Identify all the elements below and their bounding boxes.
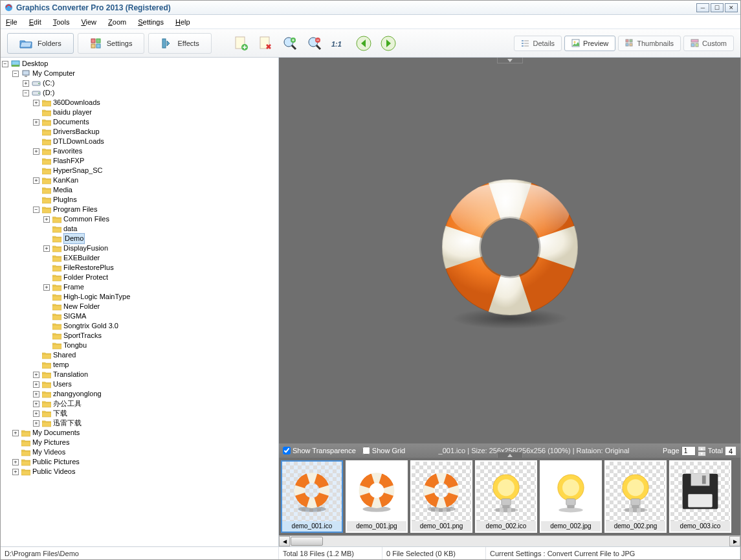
tree-expander[interactable]: + [33,401,39,407]
scroll-thumb[interactable] [291,537,323,546]
thumbnail-scrollbar[interactable]: ◀ ▶ [279,535,740,546]
tree-item[interactable]: +Public Pictures [2,457,277,467]
tab-effects[interactable]: Effects [148,33,211,54]
tree-item[interactable]: baidu player [2,107,277,117]
tree-expander[interactable]: − [2,61,8,67]
tree-item[interactable]: DTLDownLoads [2,137,277,146]
show-grid-toggle[interactable]: Show Grid [362,447,405,454]
collapse-handle-bottom[interactable] [497,452,523,458]
tree-expander[interactable]: + [33,391,39,398]
tree-item[interactable]: Shared [2,350,277,360]
close-button[interactable]: ✕ [725,3,738,12]
tree-expander[interactable]: + [33,148,39,155]
menu-settings[interactable]: Settings [138,18,164,26]
show-transparence-checkbox[interactable] [283,447,291,454]
tree-item[interactable]: +下载 [2,409,277,418]
tree-item[interactable]: Tongbu [2,341,277,350]
tree-item[interactable]: EXEBuilder [2,253,277,263]
tree-item[interactable]: −My Computer [2,69,277,78]
tree-item[interactable]: +DisplayFusion [2,243,277,253]
tree-item[interactable]: −(D:) [2,88,277,98]
tree-expander[interactable]: − [23,90,29,96]
tree-expander[interactable]: + [33,410,39,417]
menu-view[interactable]: View [81,18,96,26]
minimize-button[interactable]: ─ [696,3,709,12]
viewtab-thumbnails[interactable]: Thumbnails [618,36,681,51]
tree-item[interactable]: +zhangyonglong [2,389,277,399]
tree-item[interactable]: +(C:) [2,78,277,88]
tree-expander[interactable]: − [33,207,39,213]
menu-zoom[interactable]: Zoom [108,18,126,26]
tree-item[interactable]: HyperSnap_SC [2,166,277,175]
tree-item[interactable]: FlashFXP [2,156,277,166]
tab-settings[interactable]: Settings [78,33,145,54]
show-transparence-toggle[interactable]: Show Transparence [283,447,356,454]
tab-folders[interactable]: Folders [7,33,74,54]
tree-expander[interactable]: + [23,80,29,87]
tree-item[interactable]: +My Documents [2,428,277,438]
viewtab-details[interactable]: Details [514,36,562,51]
delete-file-button[interactable] [254,32,276,54]
tree-item[interactable]: SIGMA [2,311,277,321]
add-file-button[interactable] [230,32,252,54]
tree-expander[interactable]: + [12,430,19,436]
tree-expander[interactable]: + [43,284,50,291]
menu-help[interactable]: Help [175,18,190,26]
viewtab-preview[interactable]: Preview [564,36,615,51]
tree-item[interactable]: Demo [2,234,277,243]
tree-item[interactable]: My Pictures [2,438,277,447]
tree-item[interactable]: +360Downloads [2,98,277,107]
tree-item[interactable]: +Public Videos [2,467,277,476]
tree-expander[interactable]: + [33,372,39,378]
tree-item[interactable]: Songtrix Gold 3.0 [2,321,277,331]
tree-expander[interactable]: + [33,177,39,184]
thumbnail-item[interactable]: demo_001.jpg [346,460,408,533]
tree-expander[interactable]: + [33,420,39,427]
page-input[interactable] [681,446,696,456]
menu-tools[interactable]: Tools [53,18,70,26]
tree-item[interactable]: FileRestorePlus [2,263,277,273]
tree-item[interactable]: New Folder [2,302,277,311]
tree-item[interactable]: +Users [2,379,277,389]
zoom-in-button[interactable] [279,32,301,54]
folder-tree[interactable]: −Desktop−My Computer+(C:)−(D:)+360Downlo… [1,58,278,546]
tree-item[interactable]: SportTracks [2,331,277,341]
collapse-handle-top[interactable] [497,58,523,63]
next-button[interactable] [377,32,399,54]
tree-item[interactable]: High-Logic MainType [2,292,277,302]
tree-item[interactable]: temp [2,360,277,370]
tree-item[interactable]: +Frame [2,282,277,292]
tree-expander[interactable]: + [33,100,39,106]
maximize-button[interactable]: ☐ [711,3,724,12]
tree-expander[interactable]: + [43,245,50,252]
menu-edit[interactable]: Edit [29,18,41,26]
tree-item[interactable]: +Documents [2,117,277,127]
tree-item[interactable]: data [2,224,277,234]
tree-item[interactable]: Folder Protect [2,273,277,282]
tree-item[interactable]: +Favorites [2,146,277,156]
thumbnail-item[interactable]: demo_001.png [410,460,472,533]
tree-expander[interactable]: + [12,469,19,475]
tree-item[interactable]: DriversBackup [2,127,277,137]
scroll-right-button[interactable]: ▶ [729,536,740,546]
tree-item[interactable]: +Common Files [2,214,277,224]
thumbnail-item[interactable]: demo_001.ico [281,460,343,533]
tree-item[interactable]: +Translation [2,370,277,379]
page-spinner[interactable]: ▲▼ [698,446,706,456]
tree-item[interactable]: +办公工具 [2,399,277,409]
tree-item[interactable]: −Program Files [2,205,277,214]
prev-button[interactable] [353,32,375,54]
tree-expander[interactable]: + [43,216,50,223]
tree-expander[interactable]: + [33,119,39,126]
scroll-left-button[interactable]: ◀ [279,536,290,546]
thumbnail-item[interactable]: demo_003.ico [669,460,731,533]
tree-item[interactable]: My Videos [2,447,277,457]
tree-item[interactable]: +迅雷下载 [2,418,277,428]
menu-file[interactable]: File [6,18,17,26]
tree-expander[interactable]: − [12,71,19,77]
show-grid-checkbox[interactable] [362,447,370,454]
tree-item[interactable]: −Desktop [2,59,277,69]
thumbnail-item[interactable]: demo_002.jpg [540,460,602,533]
thumbnail-item[interactable]: demo_002.ico [475,460,537,533]
tree-expander[interactable]: + [33,381,39,388]
